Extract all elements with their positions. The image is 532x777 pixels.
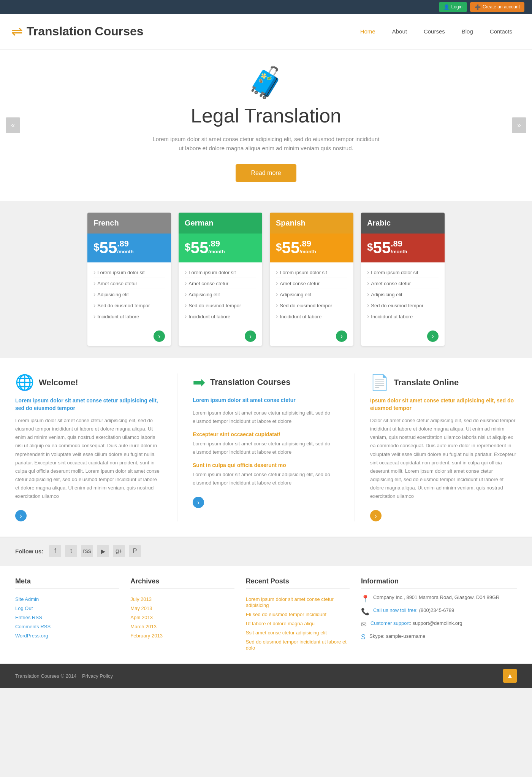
list-item: Lorem ipsum dolor sit: [367, 267, 439, 278]
widget-meta-links: Site Admin Log Out Entries RSS Comments …: [15, 594, 119, 640]
bottom-footer: Translation Courses © 2014 Privacy Polic…: [0, 664, 532, 688]
recent-link-4[interactable]: Ssit amet conse ctetur adipisicing elit: [246, 630, 327, 636]
hero-slider: « 🧳 Legal Translation Lorem ipsum dolor …: [0, 49, 532, 201]
pricing-card-german: German $ 55 .89 /month Lorem ipsum dolor…: [179, 213, 262, 346]
info-more-button-online[interactable]: ›: [370, 510, 382, 521]
list-item: Sed do eiusmod tempor: [185, 300, 256, 311]
list-item: Lorem ipsum dolor sit: [93, 267, 165, 278]
list-item: July 2013: [130, 594, 234, 604]
pricing-more-button-german[interactable]: ›: [245, 331, 256, 342]
privacy-policy-link[interactable]: Privacy Policy: [82, 673, 113, 679]
list-item: WordPress.org: [15, 631, 119, 640]
social-facebook[interactable]: f: [49, 545, 61, 557]
nav-home[interactable]: Home: [352, 14, 384, 49]
pricing-footer-french: ›: [87, 327, 171, 346]
support-label[interactable]: Customer support: [370, 620, 410, 626]
recent-link-5[interactable]: Sed do eiusmod tempor incididunt ut labo…: [246, 639, 347, 651]
login-button[interactable]: 👤 Login: [439, 2, 467, 12]
meta-link-entries[interactable]: Entries RSS: [15, 615, 42, 620]
info-link-online[interactable]: Ipsum dolor sit amet conse ctetur adipis…: [370, 397, 517, 412]
info-divider-2: [355, 373, 355, 521]
pricing-footer-spanish: ›: [270, 327, 353, 346]
info-more-button-welcome[interactable]: ›: [15, 510, 27, 521]
pricing-more-button-spanish[interactable]: ›: [336, 331, 347, 342]
social-rss[interactable]: rss: [81, 545, 93, 557]
logo[interactable]: ⇌ Translation Courses: [11, 19, 144, 44]
widget-meta-title: Meta: [15, 577, 119, 589]
meta-link-logout[interactable]: Log Out: [15, 605, 33, 611]
info-link-courses[interactable]: Lorem ipsum dolor sit amet conse ctetur: [193, 397, 339, 404]
pricing-features-arabic: Lorem ipsum dolor sit Amet conse ctetur …: [361, 262, 445, 327]
list-item: Eli sed do eiusmod tempor incididunt: [246, 610, 350, 619]
pricing-section: French $ 55 .89 /month Lorem ipsum dolor…: [0, 201, 532, 357]
info-header-online: 📄 Translate Online: [370, 373, 517, 391]
info-subbody-1: Lorem ipsum dolor sit amet conse ctetur …: [193, 440, 339, 456]
slider-next-button[interactable]: »: [512, 118, 526, 133]
read-more-button[interactable]: Read more: [236, 164, 296, 182]
social-googleplus[interactable]: g+: [113, 545, 125, 557]
list-item: Site Admin: [15, 594, 119, 604]
slider-prev-button[interactable]: «: [6, 118, 20, 133]
archive-link-feb[interactable]: February 2013: [130, 633, 163, 639]
list-item: Amet conse ctetur: [93, 278, 165, 289]
nav-courses[interactable]: Courses: [415, 14, 453, 49]
info-section: 🌐 Welcome! Lorem ipsum dolor sit amet co…: [0, 357, 532, 537]
info-sublink-1[interactable]: Excepteur sint occaecat cupidatat!: [193, 431, 339, 437]
info-more-button-courses[interactable]: ›: [193, 497, 204, 508]
archive-link-may[interactable]: May 2013: [130, 605, 152, 611]
pricing-header-german: German: [179, 213, 262, 234]
widget-info-title: Information: [361, 577, 517, 589]
social-youtube[interactable]: ▶: [97, 545, 109, 557]
info-skype: S Skype: sample-username: [361, 633, 517, 641]
create-account-button[interactable]: ➕ Create an account: [470, 2, 524, 12]
nav-contacts[interactable]: Contacts: [481, 14, 521, 49]
nav-about[interactable]: About: [384, 14, 415, 49]
pricing-more-button-french[interactable]: ›: [154, 331, 165, 342]
top-bar: 👤 Login ➕ Create an account: [0, 0, 532, 14]
widget-archives-title: Archives: [130, 577, 234, 589]
list-item: May 2013: [130, 604, 234, 613]
info-body-welcome: Lorem ipsum dolor sit amet conse ctetur …: [15, 416, 162, 501]
list-item: February 2013: [130, 631, 234, 640]
copyright: Translation Courses © 2014 Privacy Polic…: [15, 673, 113, 679]
list-item: Incididunt ut labore: [93, 311, 165, 322]
recent-link-1[interactable]: Lorem ipsum dolor sit amet conse ctetur …: [246, 596, 334, 608]
social-twitter[interactable]: t: [65, 545, 77, 557]
meta-link-comments[interactable]: Comments RSS: [15, 624, 51, 629]
follow-label: Follow us:: [15, 548, 43, 555]
list-item: Adipisicing elit: [276, 289, 347, 300]
pricing-footer-german: ›: [179, 327, 262, 346]
list-item: Ssit amet conse ctetur adipisicing elit: [246, 628, 350, 637]
meta-link-wordpress[interactable]: WordPress.org: [15, 633, 48, 639]
scroll-top-button[interactable]: ▲: [503, 669, 517, 683]
pricing-more-button-arabic[interactable]: ›: [427, 331, 439, 342]
info-phone: 📞 Call us now toll free: (800)2345-6789: [361, 607, 517, 616]
phone-label[interactable]: Call us now toll free:: [373, 607, 418, 613]
list-item: Lorem ipsum dolor sit: [276, 267, 347, 278]
info-body-online: Dolor sit amet conse ctetur adipisicing …: [370, 416, 517, 501]
list-item: Adipisicing elit: [185, 289, 256, 300]
main-navigation: Home About Courses Blog Contacts: [352, 14, 521, 49]
info-link-welcome[interactable]: Lorem ipsum dolor sit amet conse ctetur …: [15, 397, 162, 412]
archive-link-apr[interactable]: April 2013: [130, 615, 153, 620]
hero-subtitle: Lorem ipsum dolor sit amet conse ctetur …: [152, 135, 380, 153]
widget-information: Information 📍 Company Inc., 8901 Marmora…: [361, 577, 517, 652]
archive-link-mar[interactable]: March 2013: [130, 624, 157, 629]
list-item: Amet conse ctetur: [276, 278, 347, 289]
pricing-price-french: $ 55 .89 /month: [87, 234, 171, 262]
recent-link-2[interactable]: Eli sed do eiusmod tempor incididunt: [246, 612, 326, 617]
meta-link-admin[interactable]: Site Admin: [15, 596, 39, 602]
follow-section: Follow us: f t rss ▶ g+ P: [0, 537, 532, 565]
hero-icon: 🧳: [0, 65, 532, 100]
archive-link-jul[interactable]: July 2013: [130, 596, 152, 602]
pricing-footer-arabic: ›: [361, 327, 445, 346]
nav-blog[interactable]: Blog: [453, 14, 481, 49]
social-pinterest[interactable]: P: [129, 545, 141, 557]
pricing-price-spanish: $ 55 .89 /month: [270, 234, 353, 262]
widget-archives-links: July 2013 May 2013 April 2013 March 2013…: [130, 594, 234, 640]
plus-icon: ➕: [475, 4, 481, 10]
recent-link-3[interactable]: Ut labore et dolore magna aliqu: [246, 621, 315, 626]
info-sublink-2[interactable]: Sunt in culpa qui officia deserunt mo: [193, 462, 339, 468]
list-item: Lorem ipsum dolor sit amet conse ctetur …: [246, 594, 350, 610]
globe-icon: 🌐: [15, 373, 34, 391]
